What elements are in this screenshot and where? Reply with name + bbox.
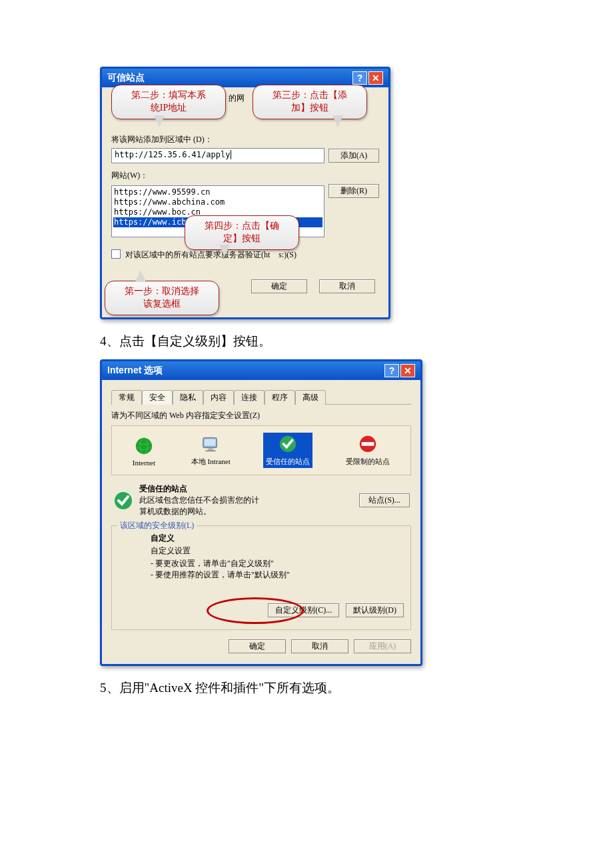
- callout-step4: 第四步：点击【确定】按钮: [185, 215, 299, 250]
- check-circle-icon: [113, 490, 134, 511]
- partial-text: 的网: [229, 93, 245, 104]
- svg-point-0: [136, 438, 152, 454]
- svg-rect-5: [206, 450, 216, 451]
- cancel-button[interactable]: 取消: [319, 279, 375, 293]
- add-to-zone-label: 将该网站添加到区域中 (D)：: [111, 134, 379, 145]
- svg-rect-8: [362, 442, 374, 446]
- delete-button[interactable]: 删除(R): [328, 184, 379, 198]
- tab-general[interactable]: 常规: [111, 390, 142, 405]
- tab-security[interactable]: 安全: [142, 390, 173, 405]
- globe-icon: [134, 436, 154, 456]
- tab-advanced[interactable]: 高级: [295, 390, 326, 405]
- svg-rect-4: [208, 449, 213, 451]
- trusted-head: 受信任的站点: [139, 483, 354, 495]
- require-https-label: 对该区域中的所有站点要求服务器验证(ht: [125, 250, 270, 259]
- trusted-sites-dialog: 可信站点 ? ✕ 第二步：填写本系统IP地址 的网 第三步：点击【添加】按钮 将…: [100, 67, 390, 319]
- help-icon[interactable]: ?: [352, 71, 367, 85]
- dialog-title: Internet 选项: [107, 365, 163, 377]
- svg-rect-3: [205, 439, 216, 446]
- security-level-legend: 该区域的安全级别(L): [117, 520, 197, 531]
- tab-programs[interactable]: 程序: [265, 390, 295, 405]
- monitor-icon: [201, 434, 221, 454]
- callout-step1: 第一步：取消选择该复选框: [105, 281, 219, 315]
- tab-content[interactable]: 内容: [203, 390, 234, 405]
- zone-trusted-sites[interactable]: 受信任的站点: [263, 433, 312, 468]
- zones-panel: Internet 本地 Intranet 受信任的站点 受限制的站点: [111, 425, 411, 475]
- ok-button[interactable]: 确定: [251, 279, 307, 293]
- tabbar: 常规 安全 隐私 内容 连接 程序 高级: [111, 389, 411, 405]
- dialog-title: 可信站点: [107, 72, 145, 84]
- tab-privacy[interactable]: 隐私: [173, 390, 203, 405]
- ok-button[interactable]: 确定: [229, 639, 286, 653]
- apply-button[interactable]: 应用(A): [354, 639, 411, 653]
- url-input[interactable]: http://125.35.6.41/apply: [111, 148, 324, 163]
- cancel-button[interactable]: 取消: [291, 639, 348, 653]
- tab-connections[interactable]: 连接: [234, 390, 265, 405]
- internet-options-dialog: Internet 选项 ? ✕ 常规 安全 隐私 内容 连接 程序 高级 请为不…: [100, 359, 422, 666]
- zone-internet[interactable]: Internet: [130, 435, 158, 468]
- zone-local-intranet[interactable]: 本地 Intranet: [189, 433, 233, 468]
- doc-step-4: 4、点击【自定义级别】按钮。: [100, 333, 513, 350]
- block-icon: [358, 434, 378, 454]
- custom-level-button[interactable]: 自定义级别(C)...: [268, 603, 339, 617]
- close-icon[interactable]: ✕: [368, 71, 383, 85]
- add-button[interactable]: 添加(A): [328, 149, 379, 163]
- security-level-group: 该区域的安全级别(L) 自定义 自定义设置 - 要更改设置，请单击"自定义级别"…: [111, 525, 411, 630]
- default-level-button[interactable]: 默认级别(D): [346, 603, 404, 617]
- callout-step3: 第三步：点击【添加】按钮: [253, 85, 367, 119]
- sites-button[interactable]: 站点(S)...: [359, 493, 410, 507]
- zones-hint: 请为不同区域的 Web 内容指定安全设置(Z): [111, 410, 411, 421]
- require-https-checkbox[interactable]: [111, 249, 121, 259]
- zone-restricted-sites[interactable]: 受限制的站点: [343, 433, 392, 468]
- help-icon[interactable]: ?: [384, 364, 399, 377]
- callout-step2: 第二步：填写本系统IP地址: [111, 85, 226, 119]
- check-circle-icon: [278, 434, 298, 454]
- close-icon[interactable]: ✕: [400, 364, 415, 377]
- doc-step-5: 5、启用"ActiveX 控件和插件"下所有选项。: [100, 679, 513, 697]
- titlebar[interactable]: Internet 选项 ? ✕: [102, 361, 420, 380]
- sites-label: 网站(W)：: [111, 170, 379, 181]
